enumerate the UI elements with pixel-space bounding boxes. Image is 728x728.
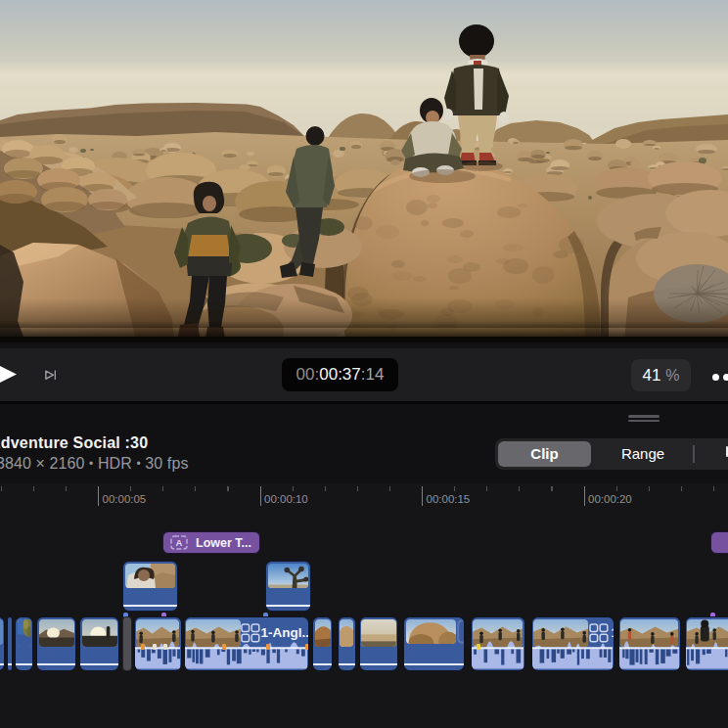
svg-text:A: A	[176, 537, 183, 548]
